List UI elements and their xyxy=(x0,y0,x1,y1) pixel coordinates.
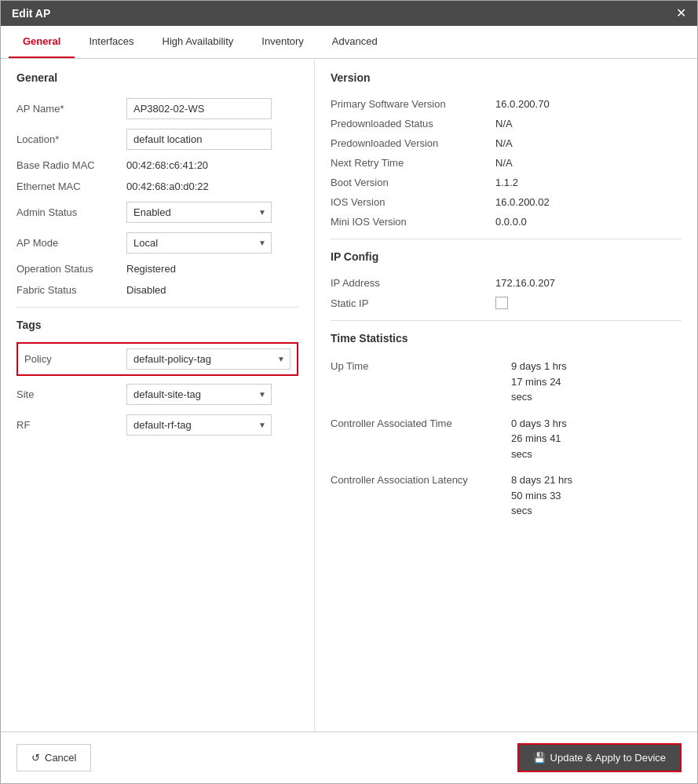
ethernet-mac-value: 00:42:68:a0:d0:22 xyxy=(126,181,209,192)
primary-sw-value: 16.0.200.70 xyxy=(495,98,550,110)
tab-inventory[interactable]: Inventory xyxy=(247,26,317,58)
ip-config-section-title: IP Config xyxy=(331,250,682,266)
admin-status-select-wrapper[interactable]: Enabled Disabled ▼ xyxy=(126,202,272,223)
controller-assoc-time-row: Controller Associated Time 0 days 3 hrs … xyxy=(331,416,682,462)
boot-version-value: 1.1.2 xyxy=(495,177,518,188)
time-stats-section-title: Time Statistics xyxy=(331,332,682,348)
boot-version-label: Boot Version xyxy=(331,177,495,188)
rf-select[interactable]: default-rf-tag xyxy=(127,415,254,435)
up-time-label: Up Time xyxy=(331,359,511,372)
tab-general[interactable]: General xyxy=(9,26,75,58)
predownloaded-version-row: Predownloaded Version N/A xyxy=(331,137,682,149)
tab-interfaces[interactable]: Interfaces xyxy=(75,26,148,58)
site-select-wrapper[interactable]: default-site-tag ▼ xyxy=(126,384,272,405)
ethernet-mac-label: Ethernet MAC xyxy=(16,181,126,192)
site-row: Site default-site-tag ▼ xyxy=(16,384,298,405)
base-radio-mac-value: 00:42:68:c6:41:20 xyxy=(126,159,208,171)
policy-select[interactable]: default-policy-tag xyxy=(127,349,272,369)
primary-sw-label: Primary Software Version xyxy=(331,98,495,110)
close-button[interactable]: ✕ xyxy=(676,7,686,20)
cancel-icon: ↺ xyxy=(31,752,40,764)
ap-mode-arrow-icon: ▼ xyxy=(254,239,271,247)
policy-row: Policy default-policy-tag ▼ xyxy=(16,342,298,376)
right-panel: Version Primary Software Version 16.0.20… xyxy=(315,59,697,731)
ap-name-row: AP Name* xyxy=(16,98,298,119)
tab-advanced[interactable]: Advanced xyxy=(318,26,392,58)
boot-version-row: Boot Version 1.1.2 xyxy=(331,177,682,188)
operation-status-value: Registered xyxy=(126,263,176,275)
site-select[interactable]: default-site-tag xyxy=(127,385,254,404)
tab-bar: General Interfaces High Availability Inv… xyxy=(1,26,697,59)
fabric-status-value: Disabled xyxy=(126,284,166,296)
controller-assoc-time-label: Controller Associated Time xyxy=(331,416,511,429)
ip-address-row: IP Address 172.16.0.207 xyxy=(331,277,682,289)
policy-select-wrapper[interactable]: default-policy-tag ▼ xyxy=(126,348,291,370)
mini-ios-row: Mini IOS Version 0.0.0.0 xyxy=(331,216,682,228)
admin-status-row: Admin Status Enabled Disabled ▼ xyxy=(16,202,298,223)
tab-high-availability[interactable]: High Availability xyxy=(148,26,248,58)
divider-2 xyxy=(331,239,682,239)
ethernet-mac-row: Ethernet MAC 00:42:68:a0:d0:22 xyxy=(16,181,298,192)
next-retry-label: Next Retry Time xyxy=(331,157,495,169)
modal-header: Edit AP ✕ xyxy=(1,1,697,26)
policy-label: Policy xyxy=(24,353,126,365)
fabric-status-row: Fabric Status Disabled xyxy=(16,284,298,296)
primary-sw-row: Primary Software Version 16.0.200.70 xyxy=(331,98,682,110)
predownloaded-status-label: Predownloaded Status xyxy=(331,118,495,129)
policy-arrow-icon: ▼ xyxy=(272,355,290,363)
modal-body: General AP Name* Location* Base Radio MA… xyxy=(1,59,697,731)
static-ip-checkbox[interactable] xyxy=(495,297,508,309)
ap-mode-row: AP Mode Local Monitor ▼ xyxy=(16,232,298,253)
ios-version-value: 16.0.200.02 xyxy=(495,196,550,208)
save-icon: 💾 xyxy=(533,752,546,764)
ip-address-label: IP Address xyxy=(331,277,495,289)
cancel-button[interactable]: ↺ Cancel xyxy=(16,744,91,771)
base-radio-mac-row: Base Radio MAC 00:42:68:c6:41:20 xyxy=(16,159,298,171)
ap-mode-label: AP Mode xyxy=(16,237,126,249)
update-apply-button[interactable]: 💾 Update & Apply to Device xyxy=(517,743,682,772)
rf-select-wrapper[interactable]: default-rf-tag ▼ xyxy=(126,414,272,436)
location-row: Location* xyxy=(16,129,298,150)
next-retry-value: N/A xyxy=(495,157,513,169)
divider-3 xyxy=(331,320,682,321)
up-time-row: Up Time 9 days 1 hrs 17 mins 24 secs xyxy=(331,359,682,405)
ap-mode-select-wrapper[interactable]: Local Monitor ▼ xyxy=(126,232,272,253)
operation-status-row: Operation Status Registered xyxy=(16,263,298,275)
edit-ap-modal: Edit AP ✕ General Interfaces High Availa… xyxy=(0,0,698,784)
site-label: Site xyxy=(16,388,126,400)
tags-section-title: Tags xyxy=(16,319,298,331)
modal-title: Edit AP xyxy=(12,7,50,20)
general-section-title: General xyxy=(16,71,298,87)
ap-mode-select[interactable]: Local Monitor xyxy=(127,233,254,253)
up-time-value: 9 days 1 hrs 17 mins 24 secs xyxy=(511,359,567,405)
rf-row: RF default-rf-tag ▼ xyxy=(16,414,298,436)
static-ip-row: Static IP xyxy=(331,297,682,309)
predownloaded-status-row: Predownloaded Status N/A xyxy=(331,118,682,129)
mini-ios-label: Mini IOS Version xyxy=(331,216,495,228)
predownloaded-status-value: N/A xyxy=(495,118,513,129)
predownloaded-version-value: N/A xyxy=(495,137,513,149)
next-retry-row: Next Retry Time N/A xyxy=(331,157,682,169)
admin-status-label: Admin Status xyxy=(16,206,126,218)
controller-assoc-latency-row: Controller Association Latency 8 days 21… xyxy=(331,472,682,519)
controller-assoc-time-value: 0 days 3 hrs 26 mins 41 secs xyxy=(511,416,567,462)
rf-arrow-icon: ▼ xyxy=(254,421,271,429)
location-label: Location* xyxy=(16,133,126,145)
cancel-label: Cancel xyxy=(45,752,76,764)
modal-footer: ↺ Cancel 💾 Update & Apply to Device xyxy=(1,731,697,783)
admin-status-select[interactable]: Enabled Disabled xyxy=(127,202,254,222)
controller-assoc-latency-value: 8 days 21 hrs 50 mins 33 secs xyxy=(511,472,572,519)
predownloaded-version-label: Predownloaded Version xyxy=(331,137,495,149)
rf-label: RF xyxy=(16,419,126,431)
divider xyxy=(16,307,298,308)
site-arrow-icon: ▼ xyxy=(254,390,271,399)
update-label: Update & Apply to Device xyxy=(550,752,666,764)
ap-name-input[interactable] xyxy=(126,98,272,119)
controller-assoc-latency-label: Controller Association Latency xyxy=(331,472,511,486)
location-input[interactable] xyxy=(126,129,272,150)
ios-version-row: IOS Version 16.0.200.02 xyxy=(331,196,682,208)
left-panel: General AP Name* Location* Base Radio MA… xyxy=(1,59,315,731)
ap-name-label: AP Name* xyxy=(16,103,126,115)
base-radio-mac-label: Base Radio MAC xyxy=(16,159,126,171)
ios-version-label: IOS Version xyxy=(331,196,495,208)
